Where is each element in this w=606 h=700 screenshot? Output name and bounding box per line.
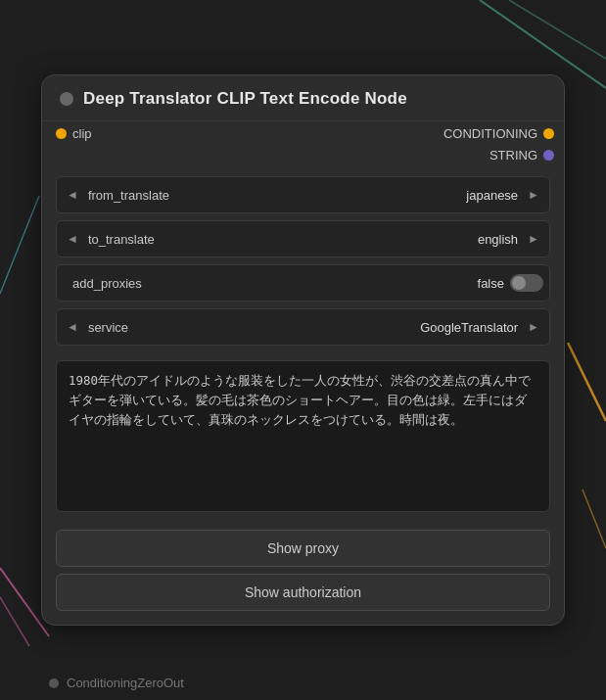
textarea-section bbox=[42, 352, 564, 524]
show-authorization-button[interactable]: Show authorization bbox=[56, 574, 550, 611]
from-translate-label: from_translate bbox=[88, 188, 169, 203]
text-input[interactable] bbox=[56, 360, 550, 512]
controls-section: ◄ from_translate japanese ► ◄ to_transla… bbox=[42, 168, 564, 346]
string-port-dot bbox=[543, 150, 554, 161]
clip-port-dot bbox=[56, 128, 67, 139]
to-translate-value: english bbox=[478, 232, 518, 247]
to-translate-prev-btn[interactable]: ◄ bbox=[63, 230, 82, 248]
from-translate-value: japanese bbox=[466, 188, 518, 203]
string-label: STRING bbox=[489, 148, 537, 163]
conditioning-port-dot bbox=[543, 128, 554, 139]
to-translate-right: english ► bbox=[478, 230, 543, 248]
bottom-node-dot bbox=[49, 678, 59, 688]
to-translate-left: ◄ to_translate bbox=[63, 230, 155, 248]
string-port: STRING bbox=[489, 148, 554, 163]
add-proxies-row: add_proxies false bbox=[56, 264, 550, 302]
node-card: Deep Translator CLIP Text Encode Node cl… bbox=[41, 74, 565, 626]
service-right: GoogleTranslator ► bbox=[420, 318, 543, 336]
svg-line-6 bbox=[0, 196, 39, 294]
svg-line-3 bbox=[583, 490, 606, 548]
add-proxies-toggle[interactable] bbox=[510, 274, 543, 292]
service-row: ◄ service GoogleTranslator ► bbox=[56, 308, 550, 346]
conditioning-port: CONDITIONING bbox=[443, 126, 554, 141]
from-translate-left: ◄ from_translate bbox=[63, 186, 169, 204]
to-translate-row: ◄ to_translate english ► bbox=[56, 220, 550, 257]
service-left: ◄ service bbox=[63, 318, 128, 336]
service-value: GoogleTranslator bbox=[420, 320, 518, 335]
svg-line-2 bbox=[568, 343, 606, 421]
from-translate-next-btn[interactable]: ► bbox=[524, 186, 543, 204]
service-next-btn[interactable]: ► bbox=[524, 318, 543, 336]
add-proxies-right: false bbox=[478, 274, 543, 292]
from-translate-row: ◄ from_translate japanese ► bbox=[56, 176, 550, 213]
show-proxy-button[interactable]: Show proxy bbox=[56, 530, 550, 567]
canvas-background: Deep Translator CLIP Text Encode Node cl… bbox=[0, 0, 606, 700]
add-proxies-value: false bbox=[478, 276, 504, 291]
node-title: Deep Translator CLIP Text Encode Node bbox=[83, 89, 407, 109]
title-dot bbox=[60, 92, 73, 106]
bottom-node-text: ConditioningZeroOut bbox=[67, 676, 184, 690]
service-label: service bbox=[88, 320, 128, 335]
svg-line-5 bbox=[0, 597, 29, 646]
buttons-section: Show proxy Show authorization bbox=[42, 524, 564, 625]
toggle-knob bbox=[512, 276, 526, 290]
from-translate-prev-btn[interactable]: ◄ bbox=[63, 186, 82, 204]
from-translate-right: japanese ► bbox=[466, 186, 543, 204]
add-proxies-left: add_proxies bbox=[63, 276, 142, 291]
add-proxies-label: add_proxies bbox=[72, 276, 142, 291]
string-port-row: STRING bbox=[42, 146, 564, 168]
to-translate-next-btn[interactable]: ► bbox=[524, 230, 543, 248]
port-row-top: clip CONDITIONING bbox=[42, 121, 564, 146]
clip-port: clip bbox=[56, 126, 92, 141]
service-prev-btn[interactable]: ◄ bbox=[63, 318, 82, 336]
svg-line-1 bbox=[509, 0, 606, 59]
conditioning-label: CONDITIONING bbox=[443, 126, 537, 141]
clip-port-label: clip bbox=[72, 126, 92, 141]
node-titlebar: Deep Translator CLIP Text Encode Node bbox=[42, 75, 564, 121]
to-translate-label: to_translate bbox=[88, 232, 155, 247]
bottom-node-label: ConditioningZeroOut bbox=[49, 676, 184, 690]
